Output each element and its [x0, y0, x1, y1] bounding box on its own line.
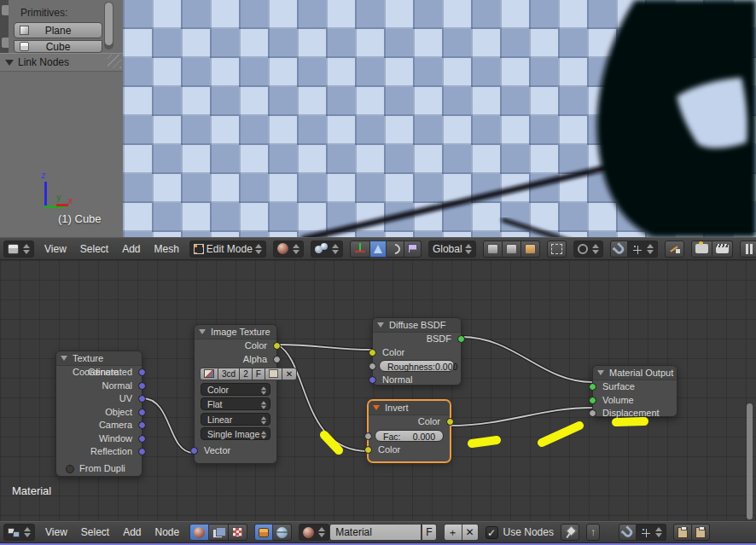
socket-alpha-out[interactable] — [273, 356, 281, 363]
users-count-button[interactable]: 2 — [240, 368, 253, 380]
add-plane-button[interactable]: Plane — [14, 22, 102, 38]
tool-shelf-tabs[interactable] — [0, 0, 9, 53]
socket-roughness-in[interactable] — [369, 362, 376, 370]
menu-add[interactable]: Add — [119, 243, 143, 255]
menu-mesh[interactable]: Mesh — [151, 243, 183, 255]
fake-user-button[interactable]: F — [422, 524, 436, 541]
node-diffuse-bsdf[interactable]: Diffuse BSDF BSDF Color Roughness: 0.000… — [372, 317, 462, 386]
menu-add[interactable]: Add — [119, 526, 144, 538]
node-header[interactable]: Diffuse BSDF — [373, 318, 461, 333]
node-texture-coordinate[interactable]: Texture Coordinate Generated Normal UV O… — [55, 351, 142, 477]
node-invert[interactable]: Invert Color Fac: 0.000 Color — [368, 400, 451, 462]
socket-camera[interactable] — [138, 421, 146, 429]
use-nodes-checkbox[interactable]: ✓ — [486, 526, 498, 539]
transform-orientation-dropdown[interactable]: Global — [428, 241, 476, 258]
socket-normal-in[interactable] — [369, 376, 376, 384]
manipulator-toggle-button[interactable] — [350, 241, 370, 258]
link-nodes-panel-header[interactable]: Link Nodes — [0, 53, 123, 72]
socket-surface-in[interactable] — [589, 383, 596, 391]
material-browse-dropdown[interactable] — [299, 524, 329, 541]
snap-element-dropdown[interactable] — [628, 241, 658, 258]
pin-button[interactable] — [561, 524, 579, 541]
unlink-image-button[interactable]: ✕ — [282, 368, 297, 380]
from-dupli-row[interactable]: From Dupli — [56, 462, 142, 476]
fac-slider[interactable]: Fac: 0.000 — [375, 430, 444, 442]
world-shader-button[interactable] — [273, 524, 292, 541]
socket-uv[interactable] — [138, 395, 146, 403]
shelf-tab-icon[interactable] — [2, 5, 9, 15]
add-cube-button[interactable]: Cube — [14, 40, 102, 53]
source-dropdown[interactable]: Single Image — [201, 427, 270, 440]
socket-vector-in[interactable] — [190, 447, 198, 455]
browse-image-button[interactable] — [200, 368, 218, 380]
viewport-3d[interactable]: Primitives: Plane Cube Link Nodes — [0, 0, 756, 237]
socket-object[interactable] — [138, 409, 146, 416]
pivot-point-dropdown[interactable] — [311, 241, 343, 258]
fake-user-button[interactable]: F — [253, 368, 265, 380]
roughness-slider[interactable]: Roughness: 0.000 — [379, 360, 455, 372]
image-name-field[interactable]: 3cd — [218, 368, 240, 380]
paste-nodes-button[interactable] — [692, 524, 710, 541]
projection-dropdown[interactable]: Flat — [201, 397, 270, 410]
compositing-nodes-button[interactable] — [209, 524, 229, 541]
socket-fac-in[interactable] — [364, 432, 372, 440]
snap-element-dropdown[interactable] — [637, 524, 666, 541]
color-space-dropdown[interactable]: Color — [201, 383, 270, 396]
socket-volume-in[interactable] — [589, 397, 596, 404]
object-shader-button[interactable] — [254, 524, 273, 541]
node-editor[interactable]: Texture Coordinate Generated Normal UV O… — [0, 260, 756, 521]
face-select-mode-button[interactable] — [521, 241, 540, 258]
proportional-edit-dropdown[interactable] — [573, 241, 603, 258]
from-dupli-checkbox[interactable] — [66, 465, 74, 473]
socket-color-out[interactable] — [273, 342, 281, 350]
go-to-parent-button[interactable]: ↑ — [586, 524, 600, 541]
tool-shelf-scrollbar[interactable] — [104, 2, 113, 49]
socket-window[interactable] — [138, 435, 146, 443]
rotate-manipulator-button[interactable] — [387, 241, 404, 258]
node-image-texture[interactable]: Image Texture Color Alpha 3cd 2 F ✕ Colo… — [194, 324, 277, 464]
node-editor-scrollbar[interactable] — [747, 403, 753, 519]
node-header[interactable]: Material Output — [593, 366, 677, 380]
viewport-shading-dropdown[interactable] — [273, 241, 304, 258]
unlink-material-button[interactable]: ✕ — [462, 524, 479, 541]
menu-view[interactable]: View — [41, 243, 70, 255]
menu-select[interactable]: Select — [77, 243, 112, 255]
menu-select[interactable]: Select — [78, 526, 113, 538]
node-header[interactable]: Invert — [369, 401, 450, 415]
menu-node[interactable]: Node — [152, 526, 183, 538]
vertex-select-mode-button[interactable] — [483, 241, 503, 258]
node-header[interactable]: Image Texture — [195, 325, 276, 339]
scale-manipulator-button[interactable] — [404, 241, 422, 258]
copy-nodes-button[interactable] — [673, 524, 692, 541]
snap-toggle-button[interactable] — [610, 241, 628, 258]
new-material-button[interactable]: ＋ — [444, 524, 462, 541]
socket-color-in[interactable] — [369, 349, 376, 357]
socket-color-out[interactable] — [446, 418, 454, 426]
snap-target-button[interactable] — [665, 241, 684, 258]
new-image-button[interactable] — [265, 368, 282, 380]
opengl-render-button[interactable] — [691, 241, 712, 258]
shader-nodes-button[interactable] — [189, 524, 209, 541]
socket-bsdf-out[interactable] — [457, 335, 465, 343]
panel-resize-grip[interactable] — [108, 55, 121, 68]
opengl-render-anim-button[interactable] — [712, 241, 733, 258]
snap-toggle-button[interactable] — [619, 524, 637, 541]
node-header[interactable]: Texture Coordinate — [56, 351, 142, 366]
scrollbar-thumb[interactable] — [105, 3, 113, 45]
pause-button[interactable] — [740, 241, 756, 258]
node-material-output[interactable]: Material Output Surface Volume Displacem… — [592, 365, 677, 417]
editor-type-selector[interactable] — [3, 524, 35, 541]
texture-nodes-button[interactable] — [229, 524, 247, 541]
edge-select-mode-button[interactable] — [503, 241, 521, 258]
translate-manipulator-button[interactable] — [370, 241, 387, 258]
interpolation-dropdown[interactable]: Linear — [201, 413, 270, 426]
editor-type-selector[interactable] — [3, 241, 34, 258]
socket-generated[interactable] — [138, 368, 146, 376]
socket-normal[interactable] — [138, 382, 146, 390]
mode-dropdown[interactable]: Edit Mode — [189, 241, 266, 258]
occlude-geometry-button[interactable] — [547, 241, 567, 258]
socket-displacement-in[interactable] — [589, 409, 596, 417]
material-name-field[interactable]: Material — [329, 524, 422, 541]
socket-reflection[interactable] — [138, 448, 146, 455]
socket-color-in[interactable] — [364, 446, 372, 454]
